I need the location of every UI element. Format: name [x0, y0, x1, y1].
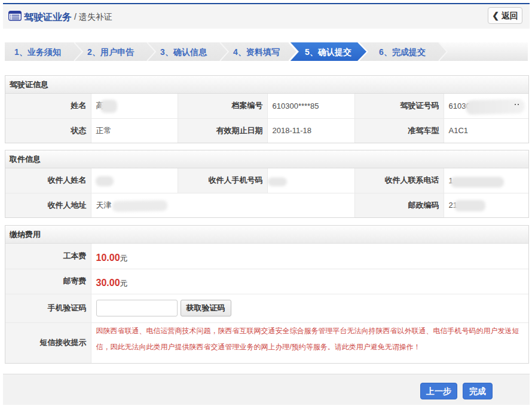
- svg-text:3、确认信息: 3、确认信息: [160, 47, 207, 57]
- svg-text:2、用户申告: 2、用户申告: [87, 47, 134, 57]
- svg-text:4、资料填写: 4、资料填写: [233, 47, 280, 57]
- svg-text:1、业务须知: 1、业务须知: [14, 47, 61, 57]
- svg-text:5、确认提交: 5、确认提交: [305, 47, 351, 57]
- svg-text:6、完成提交: 6、完成提交: [379, 47, 426, 57]
